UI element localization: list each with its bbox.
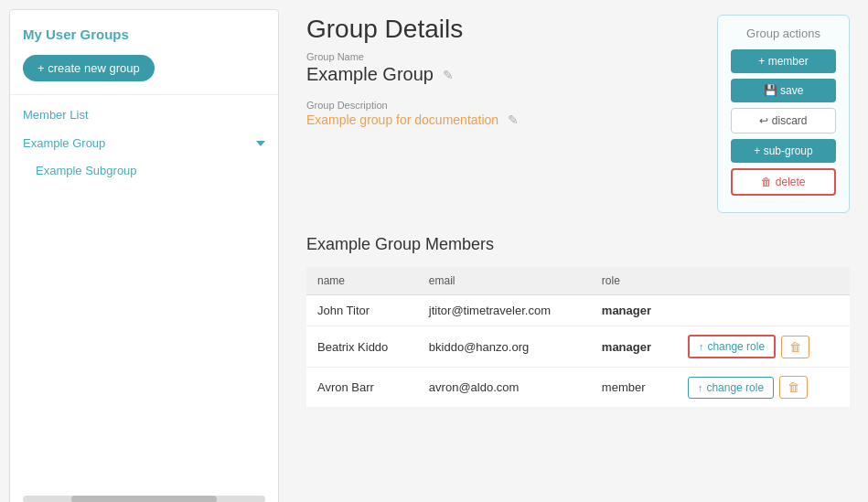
group-name-value: Example Group [306,64,434,85]
col-header-actions [677,267,850,295]
delete-button[interactable]: 🗑 delete [731,168,836,196]
sidebar-scrollbar-thumb [71,496,217,502]
member-role: member [591,368,677,408]
delete-member-button[interactable]: 🗑 [779,376,808,399]
sidebar-item-example-group[interactable]: Example Group [10,129,278,157]
group-description-value: Example group for documentation [306,112,498,127]
action-cell: ↑ change role 🗑 [688,376,839,399]
main-header: Group Details Group Name Example Group ✎… [306,15,850,213]
member-name: Avron Barr [306,368,418,408]
discard-button[interactable]: ↩ discard [731,108,836,134]
save-button[interactable]: 💾 save [731,79,836,102]
group-description-label: Group Description [306,100,699,111]
main-content: Group Details Group Name Example Group ✎… [288,0,868,502]
create-group-button[interactable]: + create new group [23,55,155,81]
members-section: Example Group Members name email role Jo… [306,235,850,407]
member-email: avron@aldo.com [418,368,591,408]
page-title: Group Details [306,15,699,44]
members-table: name email role John Titor jtitor@timetr… [306,267,850,407]
sidebar-scrollbar[interactable] [23,496,265,502]
add-member-button[interactable]: + member [731,49,836,73]
table-row: Avron Barr avron@aldo.com member ↑ chang… [306,368,850,408]
member-actions: ↑ change role 🗑 [677,368,850,408]
group-name-edit-icon[interactable]: ✎ [443,68,454,82]
group-actions-panel: Group actions + member 💾 save ↩ discard … [717,15,850,213]
col-header-email: email [418,267,591,295]
table-row: John Titor jtitor@timetraveler.com manag… [306,295,850,326]
col-header-name: name [306,267,418,295]
member-name: John Titor [306,295,418,326]
group-details-section: Group Details Group Name Example Group ✎… [306,15,699,134]
change-role-button-highlighted[interactable]: ↑ change role [688,335,776,358]
up-arrow-icon: ↑ [698,382,703,393]
member-name: Beatrix Kiddo [306,326,418,368]
up-arrow-icon: ↑ [699,341,704,352]
group-name-field: Example Group ✎ [306,64,699,85]
member-email: bkiddo@hanzo.org [418,326,591,368]
member-role: manager [591,326,677,368]
table-header-row: name email role [306,267,850,295]
chevron-down-icon [256,141,265,146]
members-title: Example Group Members [306,235,850,254]
sidebar-divider [10,94,278,95]
group-name-label: Group Name [306,51,699,62]
sidebar-title: My User Groups [10,19,278,51]
table-row: Beatrix Kiddo bkiddo@hanzo.org manager ↑… [306,326,850,368]
col-header-role: role [591,267,677,295]
group-description-field: Example group for documentation ✎ [306,112,699,127]
delete-member-button[interactable]: 🗑 [781,336,809,358]
sidebar-item-member-list[interactable]: Member List [10,101,278,129]
group-description-edit-icon[interactable]: ✎ [508,112,519,127]
add-subgroup-button[interactable]: + sub-group [731,139,836,163]
member-email: jtitor@timetraveler.com [418,295,591,326]
sidebar: My User Groups + create new group Member… [9,9,279,502]
change-role-button[interactable]: ↑ change role [688,377,774,399]
change-role-label: change role [706,381,764,394]
member-actions: ↑ change role 🗑 [677,326,850,368]
action-cell: ↑ change role 🗑 [688,335,839,358]
member-role: manager [591,295,677,326]
group-actions-title: Group actions [731,27,836,40]
sidebar-item-example-subgroup[interactable]: Example Subgroup [10,157,278,184]
member-actions [677,295,850,326]
change-role-label: change role [707,340,765,353]
